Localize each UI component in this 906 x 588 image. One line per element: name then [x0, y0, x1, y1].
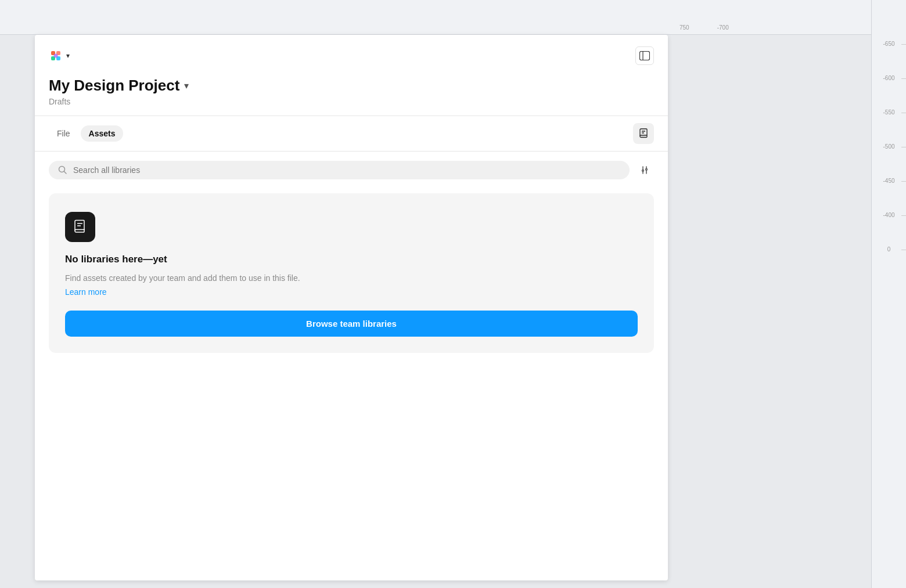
figma-icon [49, 49, 63, 63]
ruler-label-0: 0 [872, 246, 906, 252]
right-ruler: -650 -600 -550 -500 -450 -400 0 [871, 0, 906, 588]
top-ruler: 750 -700 [0, 0, 906, 35]
tab-assets[interactable]: Assets [81, 125, 124, 142]
library-button[interactable] [633, 123, 654, 144]
filter-icon [639, 164, 650, 176]
empty-state-card: No libraries here—yet Find assets create… [49, 193, 654, 353]
empty-state-title: No libraries here—yet [65, 254, 638, 265]
ruler-h-label-750: 750 [680, 24, 689, 31]
search-icon [58, 165, 67, 175]
browse-team-libraries-button[interactable]: Browse team libraries [65, 311, 638, 337]
search-bar [49, 161, 630, 179]
project-title: My Design Project [49, 77, 179, 95]
search-area [35, 151, 668, 189]
learn-more-link[interactable]: Learn more [65, 287, 107, 297]
svg-rect-5 [640, 52, 650, 60]
svg-rect-4 [54, 54, 58, 58]
empty-state-book-icon [73, 219, 88, 235]
ruler-label-400: -400 [872, 212, 906, 218]
svg-point-16 [646, 169, 648, 171]
project-dropdown-chevron[interactable]: ▾ [184, 80, 189, 91]
panel-top-bar: ▾ [49, 46, 654, 65]
tabs-bar: File Assets [35, 116, 668, 151]
ruler-label-550: -550 [872, 109, 906, 116]
ruler-label-500: -500 [872, 143, 906, 150]
filter-button[interactable] [635, 161, 654, 179]
tab-file[interactable]: File [49, 125, 78, 142]
book-icon [638, 128, 649, 139]
svg-line-10 [64, 172, 67, 174]
empty-state-icon-wrapper [65, 212, 95, 242]
figma-dropdown-chevron: ▾ [66, 52, 70, 60]
ruler-label-450: -450 [872, 178, 906, 184]
svg-point-13 [642, 170, 644, 172]
sidebar-toggle-button[interactable] [635, 46, 654, 65]
figma-logo[interactable]: ▾ [49, 49, 70, 63]
ruler-label-600: -600 [872, 75, 906, 81]
project-subtitle: Drafts [49, 97, 654, 106]
tabs-left: File Assets [49, 125, 123, 142]
project-title-row: My Design Project ▾ [49, 77, 654, 95]
panel-header: ▾ My Design Project ▾ Drafts [35, 35, 668, 116]
empty-state-description: Find assets created by your team and add… [65, 272, 638, 284]
ruler-h-label-neg700: -700 [717, 24, 729, 31]
sidebar-toggle-icon [639, 51, 650, 60]
ruler-label-650: -650 [872, 41, 906, 47]
search-input[interactable] [73, 165, 620, 175]
left-panel: ▾ My Design Project ▾ Drafts File Assets [35, 35, 668, 580]
